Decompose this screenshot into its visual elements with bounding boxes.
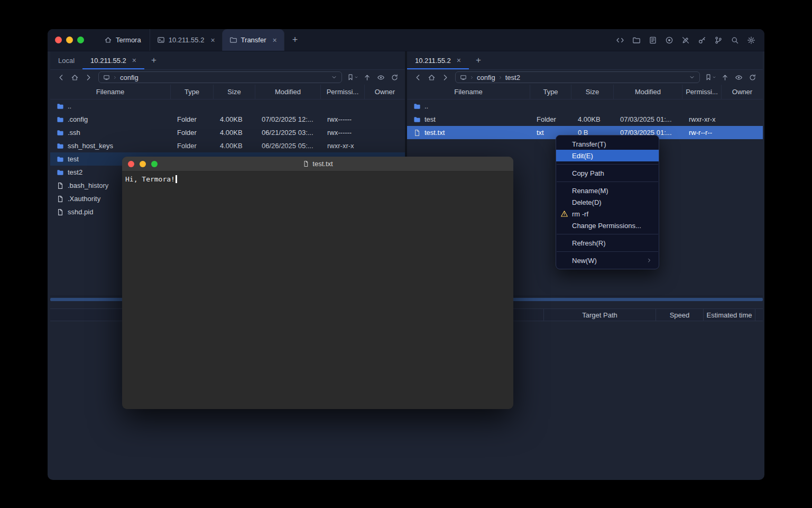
home-icon[interactable] bbox=[425, 71, 438, 83]
bookmark-dropdown[interactable] bbox=[346, 74, 359, 81]
menu-item-change-permissions[interactable]: Change Permissions... bbox=[556, 220, 659, 231]
folder-icon bbox=[57, 116, 64, 123]
chevron-down-icon[interactable] bbox=[689, 74, 695, 80]
show-hidden-icon[interactable] bbox=[374, 71, 387, 83]
code-icon[interactable] bbox=[615, 35, 625, 46]
new-tab-button[interactable]: + bbox=[284, 29, 306, 51]
modified-cell: 06/26/2025 05:... bbox=[255, 142, 321, 150]
column-header-filename[interactable]: Filename bbox=[50, 85, 171, 99]
zoom-window-button[interactable] bbox=[151, 161, 158, 167]
record-icon[interactable] bbox=[664, 35, 675, 46]
folder-icon bbox=[229, 36, 237, 44]
minimize-window-button[interactable] bbox=[140, 161, 146, 167]
back-icon[interactable] bbox=[54, 71, 67, 83]
search-icon[interactable] bbox=[730, 35, 740, 46]
column-header-size[interactable]: Size bbox=[214, 85, 255, 99]
close-tab-icon[interactable]: × bbox=[132, 57, 136, 64]
menu-item-transfer-t[interactable]: Transfer(T) bbox=[556, 138, 659, 150]
transfers-column-speed[interactable]: Speed bbox=[656, 309, 703, 321]
path-segment[interactable]: test2 bbox=[505, 74, 520, 81]
size-cell: 4.00KB bbox=[571, 115, 614, 123]
new-panel-tab-button[interactable]: + bbox=[144, 51, 163, 69]
log-icon[interactable] bbox=[648, 35, 658, 46]
app-home-tab[interactable]: Termora bbox=[96, 29, 150, 51]
menu-item-copy-path[interactable]: Copy Path bbox=[556, 167, 659, 179]
terminal-icon bbox=[157, 36, 165, 44]
pencil-off-icon[interactable] bbox=[680, 35, 691, 46]
tab-remote-host[interactable]: 10.211.55.2 × bbox=[82, 51, 144, 69]
new-panel-tab-button[interactable]: + bbox=[469, 51, 488, 69]
path-breadcrumb[interactable]: config bbox=[98, 71, 342, 83]
menu-item-refresh-r[interactable]: Refresh(R) bbox=[556, 237, 659, 249]
close-tab-icon[interactable]: × bbox=[273, 37, 277, 44]
home-icon[interactable] bbox=[68, 71, 81, 83]
transfers-column-target-path[interactable]: Target Path bbox=[543, 309, 656, 321]
menu-item-rm-rf[interactable]: rm -rf bbox=[556, 208, 659, 220]
menu-item-edit-e[interactable]: Edit(E) bbox=[556, 150, 659, 161]
path-segment[interactable]: config bbox=[120, 74, 139, 81]
minimize-window-button[interactable] bbox=[66, 37, 73, 43]
close-window-button[interactable] bbox=[55, 37, 62, 43]
menu-item-new-w[interactable]: New(W) bbox=[556, 255, 659, 266]
forward-icon[interactable] bbox=[82, 71, 95, 83]
zoom-window-button[interactable] bbox=[77, 37, 84, 43]
column-header-modified[interactable]: Modified bbox=[614, 85, 682, 99]
folder-outline-icon[interactable] bbox=[631, 35, 642, 46]
key-icon[interactable] bbox=[697, 35, 707, 46]
parent-directory-icon[interactable] bbox=[361, 71, 373, 83]
folder-icon bbox=[57, 103, 64, 110]
folder-icon bbox=[57, 129, 64, 137]
refresh-icon[interactable] bbox=[746, 71, 759, 83]
chevron-down-icon[interactable] bbox=[331, 74, 337, 80]
tab-transfer[interactable]: Transfer × bbox=[222, 29, 284, 51]
show-hidden-icon[interactable] bbox=[732, 71, 745, 83]
column-header-type[interactable]: Type bbox=[171, 85, 214, 99]
tab-remote-host[interactable]: 10.211.55.2 × bbox=[407, 51, 469, 69]
tab-label: 10.211.55.2 bbox=[415, 57, 451, 65]
editor-titlebar[interactable]: test.txt bbox=[122, 157, 513, 171]
menu-item-rename-m[interactable]: Rename(M) bbox=[556, 185, 659, 196]
text-cursor bbox=[176, 175, 177, 183]
folder-icon bbox=[413, 103, 421, 110]
branch-icon[interactable] bbox=[713, 35, 724, 46]
home-icon bbox=[104, 36, 112, 44]
menu-separator bbox=[557, 182, 658, 182]
editor-content: Hi, Termora! bbox=[125, 175, 175, 183]
path-segment[interactable]: config bbox=[477, 74, 495, 81]
file-row-[interactable]: .. bbox=[407, 99, 763, 113]
column-header-permissi[interactable]: Permissi... bbox=[682, 85, 722, 99]
column-header-permissi[interactable]: Permissi... bbox=[321, 85, 365, 99]
close-window-button[interactable] bbox=[128, 161, 134, 167]
parent-directory-icon[interactable] bbox=[718, 71, 731, 83]
path-breadcrumb[interactable]: config test2 bbox=[455, 71, 700, 83]
transfers-column-estimated-time[interactable]: Estimated time bbox=[703, 309, 755, 321]
file-row-config[interactable]: .configFolder4.00KB07/02/2025 12:...rwx-… bbox=[50, 113, 405, 126]
tab-host-session[interactable]: 10.211.55.2 × bbox=[150, 29, 222, 51]
filename-label: .config bbox=[68, 115, 88, 123]
column-header-filename[interactable]: Filename bbox=[407, 85, 530, 99]
file-row-ssh[interactable]: .sshFolder4.00KB06/21/2025 03:...rwx----… bbox=[50, 126, 405, 139]
modified-cell: 07/02/2025 12:... bbox=[255, 115, 321, 123]
editor-text-area[interactable]: Hi, Termora! bbox=[122, 171, 513, 187]
filename-cell: .ssh bbox=[50, 129, 171, 137]
column-header-owner[interactable]: Owner bbox=[722, 85, 763, 99]
file-row-ssh-host-keys[interactable]: ssh_host_keysFolder4.00KB06/26/2025 05:.… bbox=[50, 139, 405, 152]
filename-label: .. bbox=[425, 102, 428, 110]
file-row-[interactable]: .. bbox=[50, 99, 405, 113]
column-header-type[interactable]: Type bbox=[530, 85, 571, 99]
column-header-owner[interactable]: Owner bbox=[365, 85, 405, 99]
refresh-icon[interactable] bbox=[388, 71, 401, 83]
back-icon[interactable] bbox=[411, 71, 424, 83]
tab-local[interactable]: Local bbox=[50, 51, 82, 69]
forward-icon[interactable] bbox=[439, 71, 451, 83]
menu-separator bbox=[557, 251, 658, 252]
file-row-test[interactable]: testFolder4.00KB07/03/2025 01:...rwxr-xr… bbox=[407, 113, 763, 126]
close-tab-icon[interactable]: × bbox=[210, 37, 215, 44]
menu-item-delete-d[interactable]: Delete(D) bbox=[556, 196, 659, 208]
gear-icon[interactable] bbox=[746, 35, 756, 46]
close-tab-icon[interactable]: × bbox=[457, 57, 461, 64]
bookmark-dropdown[interactable] bbox=[704, 74, 717, 81]
column-header-size[interactable]: Size bbox=[571, 85, 614, 99]
column-header-modified[interactable]: Modified bbox=[255, 85, 321, 99]
titlebar: Termora 10.211.55.2 × Transfer × + bbox=[48, 29, 764, 51]
